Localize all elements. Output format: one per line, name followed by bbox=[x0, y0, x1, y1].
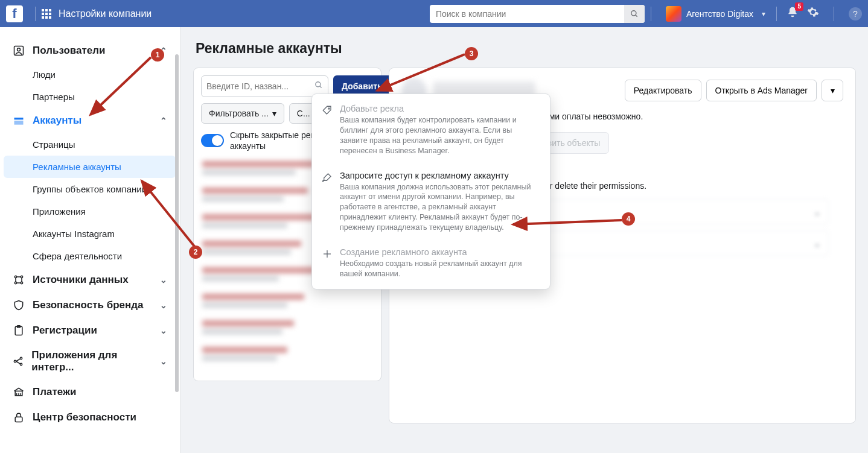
sidebar-item-apps[interactable]: Приложения bbox=[4, 200, 176, 223]
hide-closed-toggle[interactable] bbox=[201, 134, 224, 147]
svg-point-17 bbox=[316, 82, 321, 87]
brush-icon bbox=[322, 171, 333, 233]
chevron-down-icon: ⌄ bbox=[813, 238, 821, 249]
open-button-label: Открыть в Ads Manager bbox=[715, 86, 808, 95]
caret-down-icon: ▾ bbox=[831, 86, 835, 95]
accounts-search-input-wrap[interactable] bbox=[201, 75, 328, 97]
scrollbar-thumb[interactable] bbox=[175, 54, 179, 392]
global-search[interactable] bbox=[430, 5, 645, 23]
sidebar-item-object-groups[interactable]: Группы объектов компании bbox=[4, 178, 176, 200]
divider bbox=[35, 7, 36, 21]
caret-down-icon: ▾ bbox=[272, 109, 276, 118]
sidebar-item-payments[interactable]: Платежи bbox=[4, 379, 176, 405]
shield-icon bbox=[12, 299, 25, 312]
integrations-icon bbox=[12, 355, 24, 368]
svg-point-6 bbox=[14, 276, 16, 277]
svg-point-12 bbox=[14, 360, 16, 362]
accounts-icon bbox=[12, 114, 25, 127]
users-icon bbox=[12, 44, 25, 57]
accounts-list-panel: Добавить ▾ Фильтровать ... ▾ С... Скрыть bbox=[193, 68, 381, 381]
company-switcher[interactable]: Агентство Digitax bbox=[666, 6, 765, 22]
apps-grid-icon[interactable] bbox=[42, 9, 51, 19]
sidebar-item-people[interactable]: Люди bbox=[4, 63, 176, 86]
svg-rect-4 bbox=[14, 118, 24, 119]
add-dropdown-popover: Добавьте рекла Ваша компания будет контр… bbox=[311, 93, 550, 290]
sidebar-item-payments-label: Платежи bbox=[33, 386, 77, 398]
svg-rect-16 bbox=[15, 417, 22, 422]
sidebar-item-ad-accounts[interactable]: Рекламные аккаунты bbox=[4, 156, 176, 178]
svg-line-1 bbox=[636, 14, 637, 16]
open-ads-manager-button[interactable]: Открыть в Ads Manager bbox=[706, 80, 817, 101]
topbar: f Настройки компании Агентство Digitax 5… bbox=[0, 0, 868, 27]
sidebar-item-security-center-label: Центр безопасности bbox=[33, 411, 136, 423]
notifications-bell-icon[interactable]: 5 bbox=[787, 6, 799, 21]
sidebar-item-instagram[interactable]: Аккаунты Instagram bbox=[4, 223, 176, 245]
sidebar-group-datasources[interactable]: Источники данных ⌄ bbox=[4, 267, 176, 293]
chevron-down-icon: ⌄ bbox=[160, 300, 167, 310]
settings-gear-icon[interactable] bbox=[807, 6, 819, 21]
popover-item-title: Добавьте рекла bbox=[340, 104, 540, 113]
popover-item-desc: Ваша компания должна использовать этот р… bbox=[340, 182, 540, 233]
search-icon bbox=[314, 81, 323, 92]
divider bbox=[776, 7, 777, 21]
popover-item-add-account[interactable]: Добавьте рекла Ваша компания будет контр… bbox=[312, 97, 550, 163]
sidebar-item-security-center[interactable]: Центр безопасности bbox=[4, 405, 176, 430]
sidebar-item-partners[interactable]: Партнеры bbox=[4, 86, 176, 108]
sidebar-item-pages[interactable]: Страницы bbox=[4, 133, 176, 156]
popover-item-create-account[interactable]: Создание рекламного аккаунта Необходимо … bbox=[312, 240, 550, 287]
sidebar-group-accounts-label: Аккаунты bbox=[33, 115, 81, 127]
svg-point-14 bbox=[21, 363, 22, 365]
lock-icon bbox=[12, 411, 25, 424]
popover-item-desc: Ваша компания будет контролировать кампа… bbox=[340, 115, 540, 156]
popover-item-request-access[interactable]: Запросите доступ к рекламному аккаунту В… bbox=[312, 163, 550, 240]
company-name: Агентство Digitax bbox=[686, 9, 753, 19]
chevron-down-icon: ⌄ bbox=[160, 326, 167, 335]
svg-point-3 bbox=[18, 48, 21, 51]
payments-icon bbox=[12, 385, 25, 399]
sidebar-group-brand-safety-label: Безопасность бренда bbox=[33, 299, 144, 311]
accounts-search-input[interactable] bbox=[206, 81, 312, 91]
global-search-input[interactable] bbox=[430, 9, 624, 19]
filter-button[interactable]: Фильтровать ... ▾ bbox=[201, 103, 284, 124]
datasources-icon bbox=[12, 273, 25, 287]
more-caret-button[interactable]: ▾ bbox=[822, 80, 843, 101]
notification-badge: 5 bbox=[795, 2, 803, 11]
popover-item-title: Создание рекламного аккаунта bbox=[340, 247, 540, 257]
popover-item-desc: Необходимо создать новый рекламный аккау… bbox=[340, 259, 540, 279]
svg-point-7 bbox=[21, 276, 22, 277]
divider bbox=[834, 7, 834, 21]
sidebar-group-users[interactable]: Пользователи ⌃ bbox=[4, 38, 176, 63]
svg-point-8 bbox=[14, 282, 16, 284]
svg-point-13 bbox=[21, 357, 22, 359]
plus-icon bbox=[322, 247, 333, 279]
facebook-logo-icon[interactable]: f bbox=[6, 5, 23, 22]
help-icon[interactable]: ? bbox=[849, 7, 862, 21]
sidebar-group-integrations[interactable]: Приложения для интегр... ⌄ bbox=[4, 343, 176, 379]
sidebar-group-accounts[interactable]: Аккаунты ⌃ bbox=[4, 108, 176, 133]
tag-icon bbox=[322, 104, 333, 156]
chevron-down-icon: ⌄ bbox=[813, 206, 821, 218]
add-button-label: Добавить bbox=[342, 81, 383, 91]
chevron-up-icon: ⌃ bbox=[160, 116, 167, 125]
sidebar-group-registrations-label: Регистрации bbox=[33, 325, 97, 337]
sidebar-group-registrations[interactable]: Регистрации ⌄ bbox=[4, 318, 176, 343]
chevron-down-icon: ⌄ bbox=[160, 275, 167, 285]
company-avatar-icon bbox=[666, 6, 681, 22]
sidebar-item-business-line[interactable]: Сфера деятельности bbox=[4, 245, 176, 267]
popover-item-title: Запросите доступ к рекламному аккаунту bbox=[340, 171, 540, 180]
svg-point-0 bbox=[631, 10, 636, 15]
topbar-title: Настройки компании bbox=[59, 8, 152, 19]
svg-point-9 bbox=[21, 282, 22, 284]
sidebar-group-brand-safety[interactable]: Безопасность бренда ⌄ bbox=[4, 293, 176, 318]
edit-button-label: Редактировать bbox=[634, 86, 692, 95]
filter-button-label: Фильтровать ... bbox=[209, 109, 269, 118]
sort-button-label: С... bbox=[297, 109, 310, 118]
sidebar-group-integrations-label: Приложения для интегр... bbox=[31, 349, 153, 373]
clipboard-icon bbox=[12, 324, 25, 337]
edit-button[interactable]: Редактировать bbox=[625, 80, 701, 101]
search-button-icon[interactable] bbox=[624, 5, 645, 23]
sidebar-group-datasources-label: Источники данных bbox=[33, 274, 129, 286]
chevron-down-icon: ⌄ bbox=[160, 356, 167, 366]
divider bbox=[651, 7, 651, 21]
svg-rect-5 bbox=[14, 121, 24, 125]
